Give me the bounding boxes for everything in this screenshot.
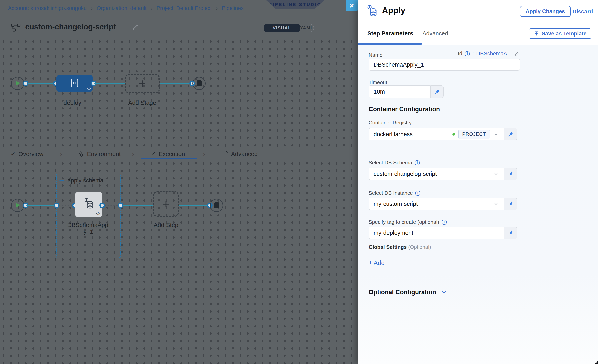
- stop-icon: [197, 80, 202, 86]
- add-step-button[interactable]: +: [153, 191, 179, 217]
- name-label: Name: [369, 52, 382, 58]
- tab-advanced[interactable]: Advanced: [222, 148, 257, 160]
- connector-line: [160, 83, 190, 84]
- info-icon[interactable]: i: [415, 160, 420, 165]
- environment-icon: [78, 151, 84, 157]
- container-registry-select[interactable]: dockerHarness PROJECT: [369, 128, 504, 141]
- advanced-icon: [222, 151, 228, 157]
- stage-node-deploy[interactable]: </>: [56, 75, 93, 92]
- execution-flow-start-node: [11, 199, 24, 212]
- connector-line: [179, 205, 208, 206]
- tab-separator-icon: ›: [203, 148, 205, 160]
- save-as-template-label: Save as Template: [542, 31, 587, 37]
- db-instance-pin-button[interactable]: [504, 198, 517, 210]
- pipeline-studio-badge: PIPELINE STUDIO: [266, 0, 324, 9]
- container-config-heading: Container Configuration: [369, 106, 440, 113]
- db-instance-label: Select DB Instance: [369, 190, 413, 196]
- db-schema-value: custom-changelog-script: [374, 171, 437, 177]
- id-label: Id: [458, 51, 462, 57]
- breadcrumb-account[interactable]: Account: kurosakiichigo.songoku: [8, 5, 87, 11]
- db-schema-pin-button[interactable]: [504, 168, 517, 180]
- visual-yaml-toggle: VISUAL YAML: [264, 24, 314, 32]
- pipeline-canvas: Account: kurosakiichigo.songoku › Organi…: [0, 0, 358, 364]
- breadcrumb-pipelines[interactable]: Pipelines: [222, 5, 244, 11]
- play-icon: [16, 81, 20, 86]
- connector-dotted-line: [59, 205, 72, 206]
- step-group-label: apply schema: [68, 177, 103, 184]
- tag-input[interactable]: my-deployment: [369, 227, 504, 239]
- add-stage-button[interactable]: +: [125, 74, 160, 93]
- tab-execution-label: Execution: [158, 151, 185, 157]
- tab-step-parameters[interactable]: Step Parameters: [367, 22, 413, 44]
- stage-node-label: deploy: [58, 99, 87, 106]
- breadcrumb-separator-icon: ›: [216, 5, 218, 12]
- info-icon[interactable]: i: [442, 220, 447, 225]
- step-node-label-line2: y_1: [63, 228, 113, 235]
- close-button[interactable]: ×: [346, 0, 358, 11]
- container-registry-pin-button[interactable]: [504, 128, 517, 141]
- pin-icon: [507, 201, 513, 207]
- tag-label-row: Specify tag to create (optional) i: [369, 219, 447, 225]
- stage-flow-start-node: [11, 77, 24, 90]
- id-row: Id i : DBSchemaA...: [458, 51, 520, 57]
- plus-icon: +: [162, 197, 170, 211]
- panel-header: Apply Apply Changes Discard: [358, 0, 598, 22]
- edit-id-icon[interactable]: [514, 51, 520, 57]
- timeout-pin-button[interactable]: [431, 85, 444, 98]
- execution-flow-end-node: [210, 199, 223, 212]
- name-input[interactable]: DBSchemaApply_1: [369, 58, 520, 71]
- tab-environment[interactable]: Environment: [78, 148, 121, 160]
- panel-tab-bar: Step Parameters Advanced Save as Templat…: [358, 22, 598, 45]
- db-apply-icon: [366, 5, 378, 18]
- timeout-input[interactable]: 10m: [369, 85, 431, 98]
- pin-icon: [507, 131, 513, 137]
- breadcrumb-organization[interactable]: Organization: default: [97, 5, 146, 11]
- chevron-down-icon: [493, 201, 499, 207]
- id-value: DBSchemaA...: [476, 51, 512, 57]
- toggle-yaml[interactable]: YAML: [300, 24, 314, 32]
- breadcrumb-project[interactable]: Project: Default Project: [156, 5, 212, 11]
- info-icon[interactable]: i: [465, 51, 470, 56]
- optional-configuration-toggle[interactable]: Optional Configuration: [369, 289, 447, 296]
- step-node-dbschemaapply[interactable]: </>: [75, 192, 102, 217]
- step-config-panel: Apply Apply Changes Discard Step Paramet…: [358, 0, 598, 364]
- plus-icon: +: [139, 76, 146, 91]
- chevron-down-icon: [493, 131, 499, 137]
- upload-icon: [534, 31, 539, 36]
- pin-icon: [434, 89, 440, 95]
- optional-configuration-label: Optional Configuration: [369, 289, 436, 296]
- step-node-label: DBSchemaAppl y_1: [63, 222, 113, 235]
- check-icon: ✓: [151, 150, 156, 157]
- edit-pipeline-name-icon[interactable]: [132, 24, 139, 31]
- tag-field: my-deployment: [369, 227, 517, 239]
- collapse-group-icon[interactable]: [59, 180, 64, 182]
- tab-environment-label: Environment: [87, 151, 121, 157]
- apply-changes-button[interactable]: Apply Changes: [520, 6, 571, 17]
- db-schema-label: Select DB Schema: [369, 160, 412, 166]
- pipeline-graph-icon: [11, 23, 21, 33]
- pin-icon: [507, 171, 513, 177]
- db-instance-select[interactable]: my-custom-script: [369, 198, 504, 210]
- container-registry-value: dockerHarness: [374, 131, 413, 138]
- connector-line: [25, 83, 56, 84]
- active-panel-tab-underline: [358, 43, 422, 45]
- toggle-visual[interactable]: VISUAL: [264, 24, 300, 32]
- container-registry-label: Container Registry: [369, 120, 412, 126]
- discard-button[interactable]: Discard: [573, 8, 593, 15]
- save-as-template-button[interactable]: Save as Template: [529, 28, 591, 39]
- tab-panel-advanced[interactable]: Advanced: [422, 22, 448, 44]
- pipeline-studio-modal: Account: kurosakiichigo.songoku › Organi…: [0, 0, 598, 364]
- tab-advanced-label: Advanced: [231, 151, 257, 157]
- pin-icon: [507, 230, 513, 236]
- info-icon[interactable]: i: [415, 190, 420, 196]
- chevron-down-icon: [493, 171, 499, 177]
- panel-form: Name Id i : DBSchemaA... DBSchemaApply_1…: [358, 45, 598, 364]
- stage-canvas-grid: [0, 38, 358, 148]
- container-registry-field: dockerHarness PROJECT: [369, 128, 517, 141]
- db-instance-value: my-custom-script: [374, 201, 418, 207]
- db-schema-select[interactable]: custom-changelog-script: [369, 168, 504, 180]
- add-global-setting-button[interactable]: + Add: [369, 259, 385, 267]
- tag-pin-button[interactable]: [504, 227, 517, 239]
- db-instance-field: my-custom-script: [369, 198, 517, 210]
- tab-overview[interactable]: ✓ Overview: [11, 148, 43, 160]
